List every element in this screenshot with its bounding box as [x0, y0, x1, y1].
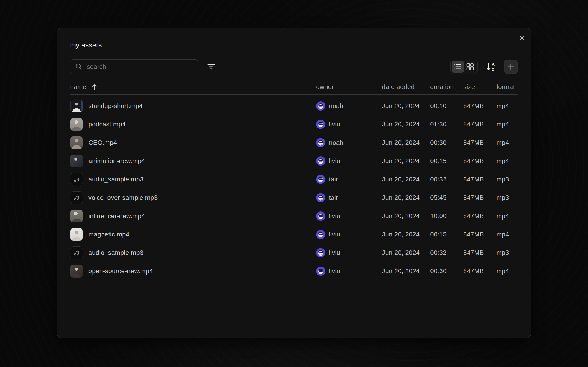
owner-name: noah	[329, 102, 343, 110]
size-cell: 847MB	[463, 102, 496, 110]
date-added-cell: Jun 20, 2024	[382, 267, 430, 275]
table-body: standup-short.mp4 noah Jun 20, 2024 00:1…	[70, 94, 518, 280]
size-cell: 847MB	[463, 249, 496, 257]
date-added-cell: Jun 20, 2024	[382, 176, 430, 183]
owner-name: liviu	[329, 267, 340, 275]
date-added-cell: Jun 20, 2024	[382, 102, 430, 110]
duration-cell: 00:32	[430, 176, 463, 183]
asset-name: voice_over-sample.mp3	[88, 194, 157, 201]
plus-icon	[507, 63, 515, 71]
duration-cell: 01:30	[430, 121, 463, 128]
size-cell: 847MB	[463, 267, 496, 275]
table-row[interactable]: audio_sample.mp3 liviu Jun 20, 2024 00:3…	[70, 244, 518, 262]
filter-button[interactable]	[206, 62, 216, 72]
asset-name: magnetic.mp4	[88, 231, 129, 238]
table-row[interactable]: audio_sample.mp3 tair Jun 20, 2024 00:32…	[70, 170, 518, 189]
table-row[interactable]: influencer-new.mp4 liviu Jun 20, 2024 10…	[70, 207, 518, 225]
column-header-format[interactable]: format	[496, 83, 518, 91]
format-cell: mp4	[496, 212, 518, 220]
date-added-cell: Jun 20, 2024	[382, 157, 430, 165]
asset-thumbnail	[70, 100, 83, 112]
column-header-date-added[interactable]: date added	[382, 83, 430, 91]
duration-cell: 00:15	[430, 157, 463, 165]
owner-avatar	[316, 267, 325, 276]
size-cell: 847MB	[463, 157, 496, 165]
column-header-name[interactable]: name	[70, 83, 316, 91]
music-note-icon	[73, 176, 80, 183]
format-cell: mp4	[496, 121, 518, 128]
duration-cell: 05:45	[430, 194, 463, 201]
asset-name: open-source-new.mp4	[88, 267, 153, 275]
format-cell: mp4	[496, 231, 518, 238]
date-added-cell: Jun 20, 2024	[382, 139, 430, 146]
table-row[interactable]: voice_over-sample.mp3 tair Jun 20, 2024 …	[70, 189, 518, 207]
asset-thumbnail	[70, 210, 83, 223]
page-title: my assets	[70, 41, 518, 49]
toolbar: A Z	[70, 59, 518, 74]
table-row[interactable]: open-source-new.mp4 liviu Jun 20, 2024 0…	[70, 262, 518, 280]
size-cell: 847MB	[463, 176, 496, 183]
asset-name: animation-new.mp4	[88, 157, 145, 165]
add-asset-button[interactable]	[504, 60, 518, 74]
date-added-cell: Jun 20, 2024	[382, 249, 430, 257]
asset-name: standup-short.mp4	[88, 102, 143, 110]
search-box[interactable]	[70, 59, 198, 74]
owner-avatar	[316, 248, 325, 257]
owner-avatar	[316, 120, 325, 129]
size-cell: 847MB	[463, 231, 496, 238]
duration-cell: 00:15	[430, 231, 463, 238]
grid-view-icon	[466, 63, 474, 71]
owner-avatar	[316, 156, 325, 166]
sort-button[interactable]: A Z	[485, 61, 496, 73]
owner-avatar	[316, 101, 325, 110]
assets-table: name owner date added duration size form…	[70, 80, 518, 280]
duration-cell: 00:30	[430, 139, 463, 146]
format-cell: mp4	[496, 102, 518, 110]
search-input[interactable]	[86, 63, 193, 71]
size-cell: 847MB	[463, 121, 496, 128]
table-row[interactable]: animation-new.mp4 liviu Jun 20, 2024 00:…	[70, 152, 518, 170]
date-added-cell: Jun 20, 2024	[382, 121, 430, 128]
table-row[interactable]: magnetic.mp4 liviu Jun 20, 2024 00:15 84…	[70, 225, 518, 244]
owner-name: tair	[329, 194, 338, 201]
view-toggle	[450, 60, 477, 74]
table-row[interactable]: standup-short.mp4 noah Jun 20, 2024 00:1…	[70, 97, 518, 115]
svg-text:Z: Z	[492, 67, 494, 72]
list-view-icon	[454, 63, 462, 70]
sort-a-z-icon: A Z	[486, 61, 496, 72]
music-note-icon	[73, 250, 80, 256]
format-cell: mp4	[496, 139, 518, 146]
duration-cell: 00:30	[430, 267, 463, 275]
search-icon	[75, 63, 83, 71]
date-added-cell: Jun 20, 2024	[382, 212, 430, 220]
asset-thumbnail	[70, 191, 83, 204]
list-view-button[interactable]	[451, 61, 464, 73]
owner-avatar	[316, 211, 325, 221]
format-cell: mp3	[496, 194, 518, 201]
asset-thumbnail	[70, 118, 83, 131]
asset-thumbnail	[70, 136, 83, 149]
column-header-duration[interactable]: duration	[430, 83, 463, 91]
format-cell: mp3	[496, 176, 518, 183]
column-header-size[interactable]: size	[463, 83, 496, 91]
owner-name: tair	[329, 176, 338, 183]
asset-thumbnail	[70, 155, 83, 167]
format-cell: mp4	[496, 267, 518, 275]
format-cell: mp3	[496, 249, 518, 257]
owner-name: liviu	[329, 121, 340, 128]
table-row[interactable]: podcast.mp4 liviu Jun 20, 2024 01:30 847…	[70, 115, 518, 133]
asset-thumbnail	[70, 228, 83, 241]
size-cell: 847MB	[463, 194, 496, 201]
asset-name: audio_sample.mp3	[88, 176, 144, 183]
table-row[interactable]: CEO.mp4 noah Jun 20, 2024 00:30 847MB mp…	[70, 133, 518, 152]
svg-text:A: A	[492, 62, 494, 67]
duration-cell: 00:10	[430, 102, 463, 110]
date-added-cell: Jun 20, 2024	[382, 231, 430, 238]
column-header-owner[interactable]: owner	[316, 83, 382, 91]
close-button[interactable]	[517, 33, 527, 43]
grid-view-button[interactable]	[464, 61, 476, 73]
owner-name: liviu	[329, 212, 340, 220]
music-note-icon	[73, 194, 80, 201]
my-assets-dialog: my assets	[57, 28, 531, 338]
filter-lines-icon	[207, 63, 216, 71]
